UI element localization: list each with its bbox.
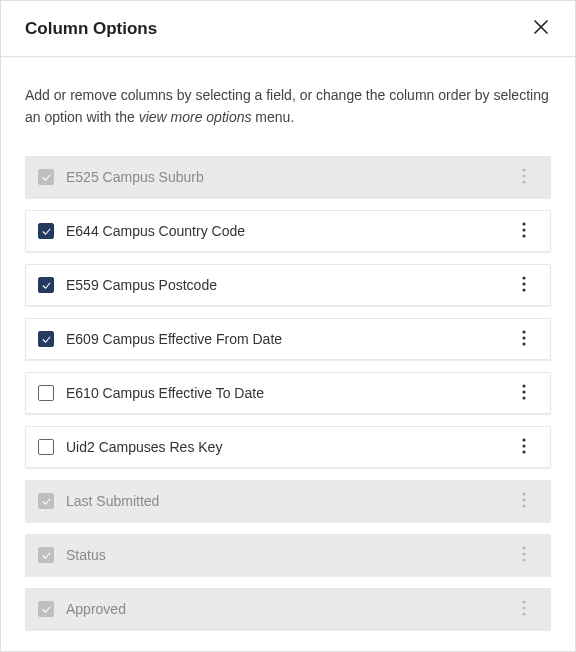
more-vertical-icon [522,168,526,187]
description-emphasis: view more options [139,109,252,125]
more-vertical-icon [522,492,526,511]
column-label: Status [66,547,510,563]
svg-point-27 [522,606,525,609]
column-checkbox[interactable] [38,439,54,455]
svg-point-6 [522,228,525,231]
column-row: E525 Campus Suburb [25,156,551,198]
svg-point-20 [522,492,525,495]
dialog-title: Column Options [25,19,157,39]
more-vertical-icon [522,222,526,241]
more-options-button[interactable] [510,271,538,299]
svg-point-22 [522,504,525,507]
column-row: Approved [25,588,551,630]
column-label: Last Submitted [66,493,510,509]
svg-point-13 [522,342,525,345]
close-icon [532,18,550,39]
svg-point-26 [522,600,525,603]
column-row: Status [25,534,551,576]
svg-point-2 [522,168,525,171]
column-label: E644 Campus Country Code [66,223,510,239]
column-checkbox [38,601,54,617]
svg-point-23 [522,546,525,549]
column-label: E559 Campus Postcode [66,277,510,293]
svg-point-25 [522,558,525,561]
more-vertical-icon [522,276,526,295]
svg-point-3 [522,174,525,177]
more-options-button[interactable] [510,379,538,407]
dialog-header: Column Options [1,1,575,57]
column-label: E610 Campus Effective To Date [66,385,510,401]
svg-point-24 [522,552,525,555]
svg-point-9 [522,282,525,285]
svg-point-17 [522,438,525,441]
svg-point-12 [522,336,525,339]
svg-point-28 [522,612,525,615]
column-checkbox [38,169,54,185]
column-row[interactable]: E609 Campus Effective From Date [25,318,551,360]
column-list: E525 Campus SuburbE644 Campus Country Co… [25,156,551,630]
column-row[interactable]: E610 Campus Effective To Date [25,372,551,414]
svg-point-21 [522,498,525,501]
svg-point-5 [522,222,525,225]
column-label: E609 Campus Effective From Date [66,331,510,347]
svg-point-4 [522,180,525,183]
column-row[interactable]: E559 Campus Postcode [25,264,551,306]
column-row[interactable]: Uid2 Campuses Res Key [25,426,551,468]
svg-point-16 [522,396,525,399]
svg-point-11 [522,330,525,333]
svg-point-7 [522,234,525,237]
column-checkbox[interactable] [38,331,54,347]
more-vertical-icon [522,438,526,457]
svg-point-8 [522,276,525,279]
dialog-description: Add or remove columns by selecting a fie… [25,85,551,128]
column-checkbox [38,547,54,563]
column-label: Approved [66,601,510,617]
more-vertical-icon [522,330,526,349]
column-row: Last Submitted [25,480,551,522]
column-label: E525 Campus Suburb [66,169,510,185]
column-checkbox[interactable] [38,277,54,293]
column-checkbox[interactable] [38,385,54,401]
more-options-button [510,541,538,569]
more-vertical-icon [522,546,526,565]
more-vertical-icon [522,384,526,403]
more-options-button [510,487,538,515]
close-button[interactable] [523,11,559,47]
more-vertical-icon [522,600,526,619]
svg-point-18 [522,444,525,447]
more-options-button[interactable] [510,325,538,353]
more-options-button [510,163,538,191]
dialog-body: Add or remove columns by selecting a fie… [1,57,575,630]
column-options-dialog: Column Options Add or remove columns by … [0,0,576,652]
more-options-button [510,595,538,623]
column-row[interactable]: E644 Campus Country Code [25,210,551,252]
svg-point-19 [522,450,525,453]
svg-point-10 [522,288,525,291]
svg-point-14 [522,384,525,387]
column-label: Uid2 Campuses Res Key [66,439,510,455]
more-options-button[interactable] [510,217,538,245]
column-checkbox [38,493,54,509]
column-checkbox[interactable] [38,223,54,239]
description-text-suffix: menu. [251,109,294,125]
svg-point-15 [522,390,525,393]
more-options-button[interactable] [510,433,538,461]
